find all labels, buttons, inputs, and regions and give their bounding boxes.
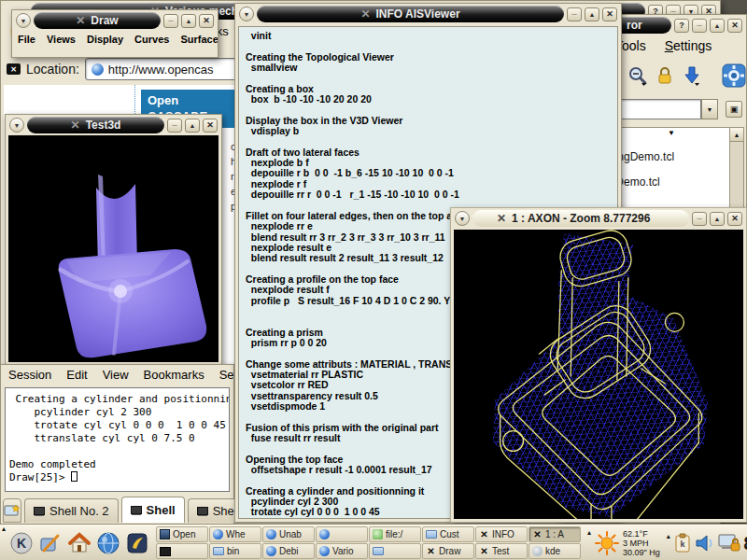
- maximize-button[interactable]: [585, 7, 599, 21]
- konsole-tab[interactable]: Shell No. 2: [24, 498, 119, 523]
- info-line: vinit: [246, 31, 617, 41]
- panel-handle-icon[interactable]: ▴: [2, 525, 6, 533]
- task-button[interactable]: [156, 543, 208, 559]
- minimize-button[interactable]: [692, 212, 707, 226]
- window-title-pill[interactable]: ✕ Test3d: [27, 117, 164, 133]
- menu-item[interactable]: Views: [41, 31, 81, 48]
- menu-item[interactable]: Bookmarks: [136, 365, 212, 385]
- volume-icon[interactable]: [695, 533, 715, 553]
- maximize-button[interactable]: [710, 19, 725, 33]
- lock-screen-icon[interactable]: [718, 533, 740, 553]
- task-button[interactable]: INFO: [475, 526, 528, 542]
- detach-view-button[interactable]: ▣: [726, 101, 742, 118]
- window-menu-button[interactable]: [16, 13, 31, 28]
- applet-handle-icon[interactable]: ▴: [587, 529, 591, 537]
- menubar: SessionEditViewBookmarksSet: [1, 365, 233, 385]
- globe-icon: [319, 546, 330, 556]
- task-button[interactable]: bin: [209, 543, 261, 559]
- zoom-out-icon[interactable]: [627, 65, 648, 86]
- info-line: smallview: [246, 63, 617, 73]
- minimize-button[interactable]: [163, 14, 178, 28]
- kmenu-button[interactable]: K: [8, 530, 35, 556]
- minimize-button[interactable]: [567, 7, 582, 21]
- maximize-button[interactable]: [185, 119, 200, 133]
- task-button[interactable]: [316, 526, 368, 542]
- combobox-dropdown-button[interactable]: [701, 99, 718, 119]
- 3d-viewport-shaded[interactable]: [8, 135, 218, 362]
- menu-item[interactable]: Curves: [129, 31, 175, 48]
- minimize-button[interactable]: [692, 19, 707, 33]
- task-button[interactable]: file:/: [369, 526, 421, 542]
- x-app-icon: ✕: [71, 119, 80, 132]
- menu-item[interactable]: Edit: [59, 365, 94, 385]
- konsole-tab[interactable]: Shell: [121, 497, 185, 523]
- svg-text:K: K: [17, 536, 26, 551]
- terminal-icon: [197, 507, 208, 515]
- gimp-icon: [532, 546, 543, 556]
- menu-item[interactable]: Settings: [655, 35, 722, 56]
- folder-icon: [213, 547, 224, 555]
- minimize-button[interactable]: [167, 119, 182, 133]
- task-button[interactable]: kde: [529, 543, 581, 559]
- menu-item[interactable]: Surfaces: [175, 31, 218, 48]
- scroll-up-button[interactable]: ▲: [730, 128, 743, 142]
- close-button[interactable]: [602, 7, 617, 21]
- menu-item[interactable]: View: [95, 365, 136, 385]
- download-arrow-icon[interactable]: [682, 65, 702, 86]
- window-title-pill[interactable]: ✕ Draw: [34, 12, 161, 29]
- clear-location-icon[interactable]: [7, 63, 21, 75]
- terminal-output[interactable]: Creating a cylinder and positionning i p…: [5, 387, 230, 492]
- task-button[interactable]: 1 : A: [529, 526, 581, 542]
- task-button[interactable]: Debi: [262, 543, 315, 559]
- klipper-icon[interactable]: k: [673, 533, 692, 553]
- task-button[interactable]: Cust: [422, 526, 474, 542]
- task-button[interactable]: Vario: [316, 543, 368, 559]
- help-button[interactable]: [674, 19, 689, 33]
- clock[interactable]: 8:25: [743, 532, 747, 554]
- task-button[interactable]: [369, 543, 421, 559]
- 3d-viewport-wireframe[interactable]: [454, 230, 743, 519]
- titlebar[interactable]: ✕ Test3d: [6, 115, 221, 135]
- close-button[interactable]: [199, 14, 214, 28]
- file-icon: [373, 529, 383, 539]
- task-button[interactable]: Test: [475, 543, 528, 559]
- lock-icon[interactable]: [655, 65, 675, 86]
- window-menu-button[interactable]: [239, 7, 254, 21]
- yellow-wireframe: [454, 230, 743, 519]
- menu-item[interactable]: Set: [212, 365, 233, 385]
- titlebar[interactable]: ✕ INFO AISViewer: [235, 4, 621, 24]
- konqueror-launcher[interactable]: [95, 530, 121, 556]
- task-button[interactable]: Unab: [262, 526, 315, 542]
- menu-item[interactable]: Display: [81, 31, 129, 48]
- titlebar[interactable]: ✕ 1 : AXON - Zoom 8.777296: [451, 208, 746, 229]
- purple-part-render: [8, 135, 218, 362]
- globe-icon: [266, 529, 276, 539]
- home-launcher[interactable]: [66, 530, 92, 556]
- settings-launcher[interactable]: [37, 530, 63, 556]
- window-title-pill[interactable]: ✕ INFO AISViewer: [257, 6, 564, 22]
- applet-handle-icon[interactable]: ▴: [667, 533, 670, 540]
- titlebar[interactable]: ✕ Draw: [12, 10, 218, 31]
- terminal-icon: [131, 506, 142, 514]
- window-menu-button[interactable]: [455, 211, 470, 226]
- close-button[interactable]: [727, 19, 742, 33]
- maximize-button[interactable]: [710, 212, 725, 226]
- task-button[interactable]: Whe: [209, 526, 261, 542]
- info-line: Display the box in the V3D Viewer: [246, 116, 617, 126]
- menu-item[interactable]: Session: [1, 365, 59, 385]
- konqueror-gear-icon[interactable]: [722, 63, 746, 88]
- new-session-button[interactable]: [3, 498, 21, 523]
- kmenu-icon: K: [9, 531, 34, 555]
- menu-item[interactable]: File: [12, 31, 41, 48]
- window-test3d: ✕ Test3d: [5, 114, 222, 366]
- close-button[interactable]: [727, 212, 742, 226]
- close-button[interactable]: [203, 119, 218, 133]
- task-button[interactable]: Draw: [422, 543, 474, 559]
- window-menu-button[interactable]: [9, 118, 24, 133]
- weather-temp: 62.1°F: [623, 529, 660, 539]
- task-button[interactable]: Open: [156, 526, 208, 542]
- files-launcher[interactable]: [124, 530, 150, 556]
- maximize-button[interactable]: [181, 14, 196, 28]
- window-title-pill[interactable]: ✕ 1 : AXON - Zoom 8.777296: [472, 210, 689, 227]
- weather-applet[interactable]: ▴ 62.1°F 3 MPH 30.09" Hg: [587, 529, 660, 557]
